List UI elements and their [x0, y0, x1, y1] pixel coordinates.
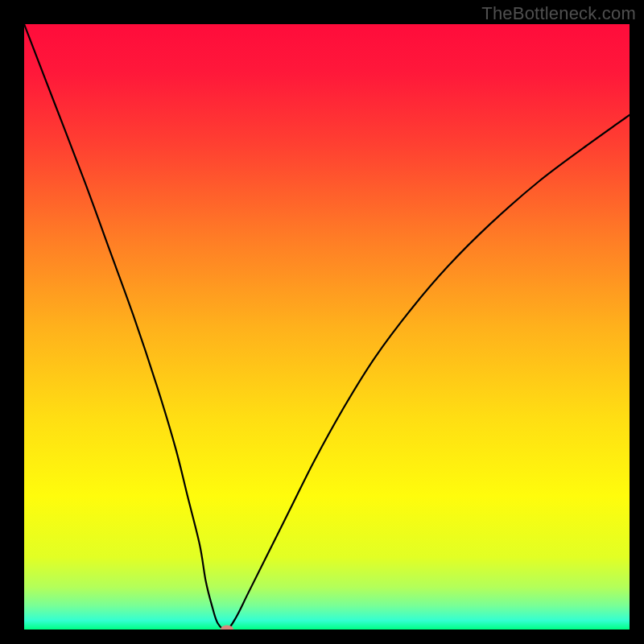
- chart-frame: TheBottleneck.com: [0, 0, 644, 644]
- source-credit: TheBottleneck.com: [481, 3, 636, 24]
- plot-area: [24, 24, 630, 630]
- optimal-point-marker: [221, 625, 233, 630]
- bottleneck-curve: [24, 24, 630, 630]
